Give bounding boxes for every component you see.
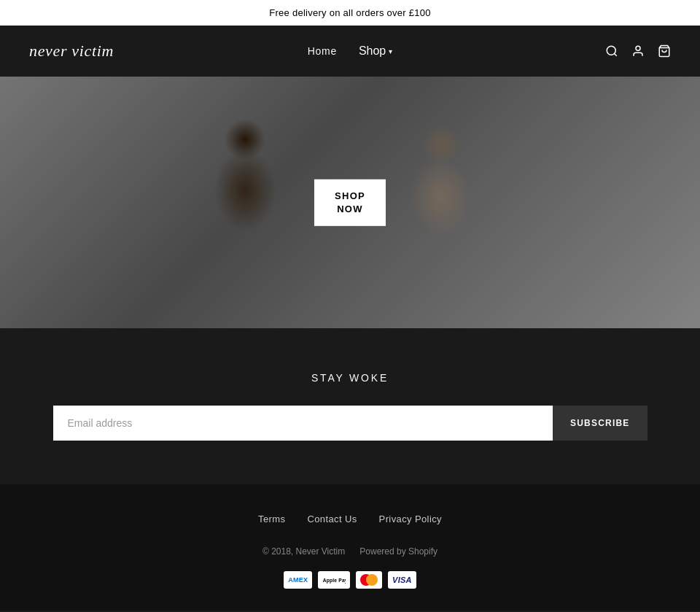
cart-icon[interactable] [658, 44, 671, 58]
account-icon[interactable] [631, 44, 645, 58]
visa-icon: VISA [388, 571, 416, 589]
footer-link-privacy[interactable]: Privacy Policy [379, 514, 442, 524]
apple-pay-icon: Apple Pay [318, 571, 350, 589]
shop-chevron-icon: ▾ [389, 47, 392, 55]
svg-point-0 [607, 46, 615, 55]
svg-point-2 [636, 46, 640, 50]
mastercard-icon [356, 571, 382, 589]
announcement-bar: Free delivery on all orders over £100 [0, 0, 700, 26]
footer-link-contact[interactable]: Contact Us [307, 514, 357, 524]
shop-now-line2: NOW [337, 204, 363, 214]
announcement-text: Free delivery on all orders over £100 [269, 7, 430, 18]
shop-now-line1: SHOP [335, 190, 365, 201]
newsletter-title: STAY WOKE [29, 372, 671, 384]
main-nav: Home Shop ▾ [308, 44, 393, 58]
hero-section: SHOP NOW [0, 77, 700, 328]
footer-links: Terms Contact Us Privacy Policy [15, 514, 685, 524]
email-input[interactable] [53, 406, 553, 441]
site-footer: Terms Contact Us Privacy Policy © 2018, … [0, 484, 700, 611]
search-icon[interactable] [605, 44, 618, 58]
site-header: never victim Home Shop ▾ [0, 26, 700, 77]
footer-link-terms[interactable]: Terms [258, 514, 285, 524]
site-logo[interactable]: never victim [29, 42, 114, 61]
shop-now-button[interactable]: SHOP NOW [314, 179, 386, 225]
newsletter-section: STAY WOKE SUBSCRIBE [0, 328, 700, 484]
payment-icons: AMEX Apple Pay VISA [15, 571, 685, 589]
powered-by-link[interactable]: Powered by Shopify [359, 546, 438, 557]
svg-line-1 [614, 53, 616, 55]
nav-shop-label: Shop [359, 44, 386, 58]
nav-home[interactable]: Home [308, 45, 337, 57]
footer-copyright: © 2018, Never Victim Powered by Shopify [15, 546, 685, 557]
subscribe-button[interactable]: SUBSCRIBE [553, 406, 647, 441]
nav-shop[interactable]: Shop ▾ [359, 44, 392, 58]
amex-payment-icon: AMEX [284, 571, 312, 589]
svg-text:Apple Pay: Apple Pay [323, 578, 346, 584]
header-icons [605, 44, 671, 58]
copyright-text: © 2018, Never Victim [262, 546, 345, 557]
newsletter-form: SUBSCRIBE [53, 406, 648, 441]
